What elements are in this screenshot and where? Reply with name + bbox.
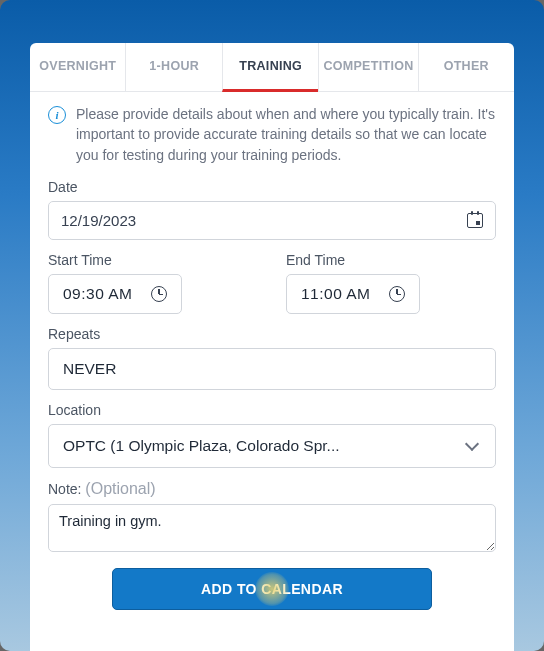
note-textarea[interactable]	[48, 504, 496, 552]
start-time-input[interactable]: 09:30 AM	[48, 274, 182, 314]
tab-1-hour[interactable]: 1-HOUR	[125, 43, 221, 91]
clock-icon[interactable]	[389, 286, 405, 302]
info-text: Please provide details about when and wh…	[76, 104, 496, 165]
tab-training[interactable]: TRAINING	[222, 43, 318, 92]
actions: ADD TO CALENDAR RESET FORM CLOSE	[48, 568, 496, 651]
field-repeats: Repeats NEVER	[48, 326, 496, 390]
modal-card: OVERNIGHT 1-HOUR TRAINING COMPETITION OT…	[30, 43, 514, 651]
end-time-label: End Time	[286, 252, 496, 268]
field-note: Note: (Optional)	[48, 480, 496, 556]
info-icon: i	[48, 106, 66, 124]
date-label: Date	[48, 179, 496, 195]
tab-bar: OVERNIGHT 1-HOUR TRAINING COMPETITION OT…	[30, 43, 514, 92]
start-time-label: Start Time	[48, 252, 258, 268]
start-time-value: 09:30 AM	[63, 285, 133, 303]
note-label: Note:	[48, 481, 85, 497]
repeats-label: Repeats	[48, 326, 496, 342]
date-input[interactable]: 12/19/2023	[48, 201, 496, 240]
repeats-value: NEVER	[63, 360, 116, 377]
repeats-select[interactable]: NEVER	[48, 348, 496, 390]
field-start-time: Start Time 09:30 AM	[48, 252, 258, 314]
end-time-value: 11:00 AM	[301, 285, 371, 303]
field-date: Date 12/19/2023	[48, 179, 496, 240]
modal-backdrop: OVERNIGHT 1-HOUR TRAINING COMPETITION OT…	[0, 0, 544, 651]
location-value: OPTC (1 Olympic Plaza, Colorado Spr...	[63, 437, 340, 455]
note-optional-label: (Optional)	[85, 480, 155, 497]
tab-overnight[interactable]: OVERNIGHT	[30, 43, 125, 91]
info-banner: i Please provide details about when and …	[48, 104, 496, 165]
location-select[interactable]: OPTC (1 Olympic Plaza, Colorado Spr...	[48, 424, 496, 468]
chevron-down-icon	[465, 437, 479, 451]
calendar-icon[interactable]	[467, 213, 483, 228]
tab-other[interactable]: OTHER	[418, 43, 514, 91]
field-end-time: End Time 11:00 AM	[286, 252, 496, 314]
add-button-label: ADD TO CALENDAR	[201, 581, 343, 597]
clock-icon[interactable]	[151, 286, 167, 302]
tab-competition[interactable]: COMPETITION	[318, 43, 417, 91]
form-body: i Please provide details about when and …	[30, 92, 514, 651]
add-to-calendar-button[interactable]: ADD TO CALENDAR	[112, 568, 432, 610]
date-value: 12/19/2023	[61, 212, 136, 229]
end-time-input[interactable]: 11:00 AM	[286, 274, 420, 314]
location-label: Location	[48, 402, 496, 418]
field-location: Location OPTC (1 Olympic Plaza, Colorado…	[48, 402, 496, 468]
